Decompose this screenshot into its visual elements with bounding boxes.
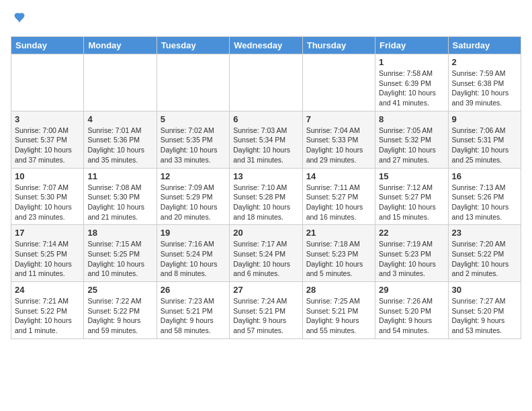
day-number: 16 xyxy=(452,171,517,181)
day-info: Sunrise: 7:06 AM Sunset: 5:31 PM Dayligh… xyxy=(452,126,517,165)
day-info: Sunrise: 7:01 AM Sunset: 5:36 PM Dayligh… xyxy=(87,126,152,165)
calendar-day-cell: 3Sunrise: 7:00 AM Sunset: 5:37 PM Daylig… xyxy=(11,111,84,168)
calendar-table: SundayMondayTuesdayWednesdayThursdayFrid… xyxy=(11,36,521,339)
calendar-day-cell: 23Sunrise: 7:20 AM Sunset: 5:22 PM Dayli… xyxy=(448,225,521,282)
calendar-week-row: 10Sunrise: 7:07 AM Sunset: 5:30 PM Dayli… xyxy=(11,168,521,225)
calendar-week-row: 17Sunrise: 7:14 AM Sunset: 5:25 PM Dayli… xyxy=(11,225,521,282)
calendar-day-cell: 14Sunrise: 7:11 AM Sunset: 5:27 PM Dayli… xyxy=(302,168,375,225)
day-info: Sunrise: 7:04 AM Sunset: 5:33 PM Dayligh… xyxy=(306,126,371,165)
day-number: 6 xyxy=(233,114,298,124)
calendar-day-cell: 19Sunrise: 7:16 AM Sunset: 5:24 PM Dayli… xyxy=(157,225,229,282)
day-number: 20 xyxy=(233,228,298,238)
calendar-day-cell: 1Sunrise: 7:58 AM Sunset: 6:39 PM Daylig… xyxy=(375,54,448,111)
calendar-day-cell xyxy=(230,54,302,111)
calendar-day-cell: 2Sunrise: 7:59 AM Sunset: 6:38 PM Daylig… xyxy=(448,54,521,111)
calendar-day-cell: 25Sunrise: 7:22 AM Sunset: 5:22 PM Dayli… xyxy=(84,282,157,339)
calendar-day-cell xyxy=(84,54,157,111)
day-number: 30 xyxy=(452,285,517,295)
day-info: Sunrise: 7:16 AM Sunset: 5:24 PM Dayligh… xyxy=(161,239,226,279)
calendar-day-cell: 27Sunrise: 7:24 AM Sunset: 5:21 PM Dayli… xyxy=(230,282,302,339)
calendar-day-cell: 8Sunrise: 7:05 AM Sunset: 5:32 PM Daylig… xyxy=(375,111,448,168)
calendar-day-cell: 18Sunrise: 7:15 AM Sunset: 5:25 PM Dayli… xyxy=(84,225,157,282)
day-info: Sunrise: 7:05 AM Sunset: 5:32 PM Dayligh… xyxy=(379,126,444,165)
calendar-day-cell: 24Sunrise: 7:21 AM Sunset: 5:22 PM Dayli… xyxy=(11,282,84,339)
calendar-week-row: 24Sunrise: 7:21 AM Sunset: 5:22 PM Dayli… xyxy=(11,282,521,339)
day-number: 4 xyxy=(87,114,152,124)
weekday-header: Monday xyxy=(84,37,157,54)
calendar-day-cell: 22Sunrise: 7:19 AM Sunset: 5:23 PM Dayli… xyxy=(375,225,448,282)
day-number: 5 xyxy=(161,114,226,124)
day-number: 28 xyxy=(306,285,371,295)
day-number: 12 xyxy=(161,171,226,181)
calendar-day-cell: 28Sunrise: 7:25 AM Sunset: 5:21 PM Dayli… xyxy=(302,282,375,339)
weekday-header: Tuesday xyxy=(157,37,229,54)
day-info: Sunrise: 7:26 AM Sunset: 5:20 PM Dayligh… xyxy=(379,296,444,336)
calendar-day-cell: 16Sunrise: 7:13 AM Sunset: 5:26 PM Dayli… xyxy=(448,168,521,225)
day-info: Sunrise: 7:03 AM Sunset: 5:34 PM Dayligh… xyxy=(233,126,298,165)
day-info: Sunrise: 7:22 AM Sunset: 5:22 PM Dayligh… xyxy=(87,296,152,336)
day-info: Sunrise: 7:59 AM Sunset: 6:38 PM Dayligh… xyxy=(452,68,517,108)
day-number: 18 xyxy=(87,228,152,238)
calendar-day-cell: 4Sunrise: 7:01 AM Sunset: 5:36 PM Daylig… xyxy=(84,111,157,168)
calendar-day-cell xyxy=(157,54,229,111)
calendar-day-cell: 30Sunrise: 7:27 AM Sunset: 5:20 PM Dayli… xyxy=(448,282,521,339)
calendar-day-cell: 5Sunrise: 7:02 AM Sunset: 5:35 PM Daylig… xyxy=(157,111,229,168)
day-info: Sunrise: 7:07 AM Sunset: 5:30 PM Dayligh… xyxy=(15,183,80,222)
day-number: 22 xyxy=(379,228,444,238)
logo-bird-icon xyxy=(12,11,27,28)
calendar-day-cell xyxy=(11,54,84,111)
calendar-day-cell: 15Sunrise: 7:12 AM Sunset: 5:27 PM Dayli… xyxy=(375,168,448,225)
day-number: 26 xyxy=(161,285,226,295)
day-number: 27 xyxy=(233,285,298,295)
day-info: Sunrise: 7:23 AM Sunset: 5:21 PM Dayligh… xyxy=(161,296,226,336)
day-info: Sunrise: 7:00 AM Sunset: 5:37 PM Dayligh… xyxy=(15,126,80,165)
day-number: 23 xyxy=(452,228,517,238)
calendar-day-cell: 20Sunrise: 7:17 AM Sunset: 5:24 PM Dayli… xyxy=(230,225,302,282)
day-number: 15 xyxy=(379,171,444,181)
weekday-header: Thursday xyxy=(302,37,375,54)
day-number: 9 xyxy=(452,114,517,124)
calendar-day-cell: 7Sunrise: 7:04 AM Sunset: 5:33 PM Daylig… xyxy=(302,111,375,168)
weekday-header: Sunday xyxy=(11,37,84,54)
day-number: 7 xyxy=(306,114,371,124)
calendar-day-cell: 12Sunrise: 7:09 AM Sunset: 5:29 PM Dayli… xyxy=(157,168,229,225)
day-number: 24 xyxy=(15,285,80,295)
day-info: Sunrise: 7:18 AM Sunset: 5:23 PM Dayligh… xyxy=(306,239,371,279)
calendar-day-cell: 26Sunrise: 7:23 AM Sunset: 5:21 PM Dayli… xyxy=(157,282,229,339)
day-info: Sunrise: 7:21 AM Sunset: 5:22 PM Dayligh… xyxy=(15,296,80,336)
day-info: Sunrise: 7:13 AM Sunset: 5:26 PM Dayligh… xyxy=(452,183,517,222)
day-number: 2 xyxy=(452,57,517,67)
day-number: 11 xyxy=(87,171,152,181)
day-info: Sunrise: 7:19 AM Sunset: 5:23 PM Dayligh… xyxy=(379,239,444,279)
calendar-day-cell xyxy=(302,54,375,111)
calendar-day-cell: 21Sunrise: 7:18 AM Sunset: 5:23 PM Dayli… xyxy=(302,225,375,282)
day-number: 17 xyxy=(15,228,80,238)
weekday-header: Saturday xyxy=(448,37,521,54)
day-number: 29 xyxy=(379,285,444,295)
calendar-day-cell: 10Sunrise: 7:07 AM Sunset: 5:30 PM Dayli… xyxy=(11,168,84,225)
day-number: 8 xyxy=(379,114,444,124)
calendar-day-cell: 9Sunrise: 7:06 AM Sunset: 5:31 PM Daylig… xyxy=(448,111,521,168)
calendar-week-row: 3Sunrise: 7:00 AM Sunset: 5:37 PM Daylig… xyxy=(11,111,521,168)
day-info: Sunrise: 7:24 AM Sunset: 5:21 PM Dayligh… xyxy=(233,296,298,336)
calendar-header-row: SundayMondayTuesdayWednesdayThursdayFrid… xyxy=(11,37,521,54)
day-number: 1 xyxy=(379,57,444,67)
day-info: Sunrise: 7:15 AM Sunset: 5:25 PM Dayligh… xyxy=(87,239,152,279)
page-header xyxy=(11,11,521,28)
day-info: Sunrise: 7:12 AM Sunset: 5:27 PM Dayligh… xyxy=(379,183,444,222)
day-info: Sunrise: 7:25 AM Sunset: 5:21 PM Dayligh… xyxy=(306,296,371,336)
logo xyxy=(11,11,27,28)
day-number: 25 xyxy=(87,285,152,295)
day-number: 3 xyxy=(15,114,80,124)
day-number: 14 xyxy=(306,171,371,181)
calendar-day-cell: 17Sunrise: 7:14 AM Sunset: 5:25 PM Dayli… xyxy=(11,225,84,282)
day-number: 21 xyxy=(306,228,371,238)
day-info: Sunrise: 7:11 AM Sunset: 5:27 PM Dayligh… xyxy=(306,183,371,222)
calendar-day-cell: 13Sunrise: 7:10 AM Sunset: 5:28 PM Dayli… xyxy=(230,168,302,225)
day-info: Sunrise: 7:09 AM Sunset: 5:29 PM Dayligh… xyxy=(161,183,226,222)
day-info: Sunrise: 7:17 AM Sunset: 5:24 PM Dayligh… xyxy=(233,239,298,279)
calendar-day-cell: 6Sunrise: 7:03 AM Sunset: 5:34 PM Daylig… xyxy=(230,111,302,168)
day-number: 13 xyxy=(233,171,298,181)
calendar-day-cell: 11Sunrise: 7:08 AM Sunset: 5:30 PM Dayli… xyxy=(84,168,157,225)
calendar-week-row: 1Sunrise: 7:58 AM Sunset: 6:39 PM Daylig… xyxy=(11,54,521,111)
